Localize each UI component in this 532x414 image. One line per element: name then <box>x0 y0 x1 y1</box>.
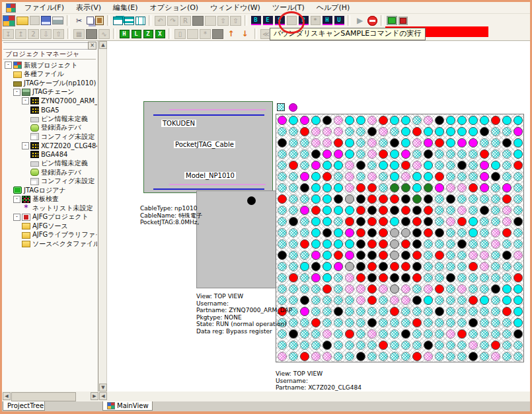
bga-ball[interactable] <box>424 284 433 294</box>
bga-ball[interactable] <box>345 116 354 125</box>
bga-ball[interactable] <box>300 206 309 215</box>
bga-ball[interactable] <box>356 318 365 327</box>
bga-ball[interactable] <box>401 284 410 294</box>
bga-ball[interactable] <box>334 161 343 170</box>
bga-ball[interactable] <box>379 318 388 327</box>
bga-ball[interactable] <box>446 296 455 305</box>
bga-ball[interactable] <box>278 172 287 181</box>
bga-ball[interactable] <box>469 172 478 181</box>
level-low-icon[interactable]: L <box>132 30 141 38</box>
bga-ball[interactable] <box>278 127 287 136</box>
bga-ball[interactable] <box>367 329 377 339</box>
bga-ball[interactable] <box>300 116 309 125</box>
bga-ball[interactable] <box>412 307 422 316</box>
bga-ball[interactable] <box>446 341 455 350</box>
bga-ball[interactable] <box>311 284 321 294</box>
bga-ball[interactable] <box>435 318 444 327</box>
bga-ball[interactable] <box>345 206 354 215</box>
bga-ball[interactable] <box>289 194 298 204</box>
bga-ball[interactable] <box>367 161 377 170</box>
bga-ball[interactable] <box>278 284 287 294</box>
bga-ball[interactable] <box>367 138 377 147</box>
bga-ball[interactable] <box>323 341 332 350</box>
bga-ball[interactable] <box>356 183 365 192</box>
bga-ball[interactable] <box>457 341 467 350</box>
copy-icon[interactable] <box>87 17 94 24</box>
bga-ball[interactable] <box>401 251 410 260</box>
window-cascade-icon[interactable] <box>113 17 123 25</box>
bga-ball[interactable] <box>469 138 478 147</box>
bga-ball[interactable] <box>513 307 523 316</box>
bga-ball[interactable] <box>367 318 377 327</box>
bga-ball[interactable] <box>323 307 332 316</box>
bga-ball[interactable] <box>401 341 410 350</box>
bga-ball[interactable] <box>513 296 523 305</box>
bga-ball[interactable] <box>379 228 388 237</box>
bga-ball[interactable] <box>300 172 309 181</box>
bga-ball[interactable] <box>278 183 287 192</box>
bga-ball[interactable] <box>390 251 399 260</box>
bga-ball[interactable] <box>491 284 500 294</box>
bga-ball[interactable] <box>289 206 298 215</box>
bga-ball[interactable] <box>412 284 422 294</box>
bga-ball[interactable] <box>289 239 298 249</box>
bga-ball[interactable] <box>311 318 321 327</box>
connect-green-icon[interactable] <box>387 16 397 25</box>
bga-ball[interactable] <box>513 239 523 249</box>
bga-ball[interactable] <box>446 127 455 136</box>
bga-ball[interactable] <box>367 194 377 204</box>
bga-ball[interactable] <box>300 149 309 159</box>
tree-item-9[interactable]: -XC7Z020_CLG484 <box>3 142 97 151</box>
bga-ball[interactable] <box>334 284 343 294</box>
bga-ball[interactable] <box>300 228 309 237</box>
bga-ball[interactable] <box>278 273 287 282</box>
bga-ball[interactable] <box>401 116 410 125</box>
bga-ball[interactable] <box>480 206 489 215</box>
bga-ball[interactable] <box>323 352 332 361</box>
bga-ball[interactable] <box>457 251 467 260</box>
bga-ball[interactable] <box>513 127 523 136</box>
bga-ball[interactable] <box>491 329 500 339</box>
menu-item-3[interactable]: オプション(O) <box>144 3 205 13</box>
level-high-icon[interactable]: H <box>120 30 130 38</box>
save-all-icon[interactable] <box>41 16 51 25</box>
bga-ball[interactable] <box>356 194 365 204</box>
bga-ball[interactable] <box>323 228 332 237</box>
bga-ball[interactable] <box>334 116 343 125</box>
window-tile-horizontal-icon[interactable] <box>124 17 134 25</box>
bga-ball[interactable] <box>480 228 489 237</box>
tree-expander-icon[interactable]: - <box>22 142 29 149</box>
bga-ball[interactable] <box>446 194 455 204</box>
bga-ball[interactable] <box>480 149 489 159</box>
bga-ball[interactable] <box>435 172 444 181</box>
bga-ball[interactable] <box>367 116 377 125</box>
bga-ball[interactable] <box>379 239 388 249</box>
bga-ball[interactable] <box>367 149 377 159</box>
bga-ball[interactable] <box>289 138 298 147</box>
bga-ball[interactable] <box>502 228 512 237</box>
bga-ball[interactable] <box>356 352 365 361</box>
bga-ball[interactable] <box>480 352 489 361</box>
bga-ball[interactable] <box>323 138 332 147</box>
bga-ball[interactable] <box>491 341 500 350</box>
bga-ball[interactable] <box>502 206 512 215</box>
bga-ball[interactable] <box>469 149 478 159</box>
bga-ball[interactable] <box>412 127 422 136</box>
bga-ball[interactable] <box>457 262 467 271</box>
bga-ball[interactable] <box>412 239 422 249</box>
bga-ball[interactable] <box>446 284 455 294</box>
bga-ball[interactable] <box>323 127 332 136</box>
tree-item-14[interactable]: JTAGロジアナ <box>3 186 97 195</box>
bga-ball[interactable] <box>401 194 410 204</box>
run-icon[interactable]: ▶ <box>354 15 366 26</box>
tree-item-17[interactable]: -AJFGプロジェクト <box>3 213 97 222</box>
bga-ball[interactable] <box>480 251 489 260</box>
bga-ball[interactable] <box>334 262 343 271</box>
bga-ball[interactable] <box>457 172 467 181</box>
bga-ball[interactable] <box>390 341 399 350</box>
paste-icon[interactable] <box>95 16 104 25</box>
bga-ball[interactable] <box>513 341 523 350</box>
bga-ball[interactable] <box>345 172 354 181</box>
bga-ball[interactable] <box>379 273 388 282</box>
bga-ball[interactable] <box>435 138 444 147</box>
